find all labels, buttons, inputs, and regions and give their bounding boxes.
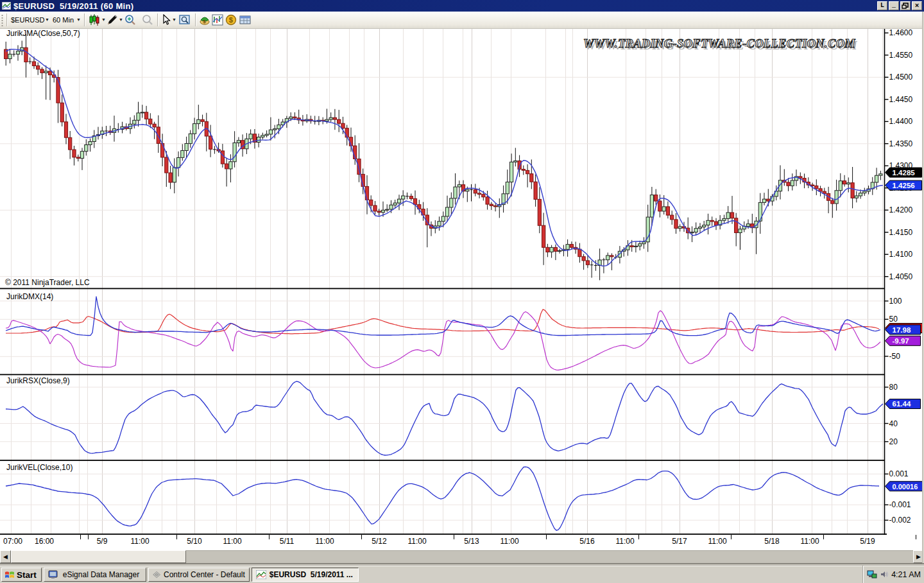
- svg-text:-0.002: -0.002: [889, 516, 911, 525]
- svg-text:17.98: 17.98: [893, 326, 911, 334]
- svg-text:11:00: 11:00: [500, 537, 518, 546]
- svg-text:5/10: 5/10: [187, 537, 202, 546]
- svg-text:11:00: 11:00: [615, 537, 634, 546]
- svg-text:11:00: 11:00: [708, 537, 726, 546]
- svg-text:1.4550: 1.4550: [889, 51, 913, 60]
- svg-text:5/13: 5/13: [464, 537, 479, 546]
- svg-text:$: $: [203, 19, 206, 24]
- svg-text:20: 20: [889, 437, 898, 446]
- svg-text:1.4050: 1.4050: [889, 272, 913, 281]
- svg-text:07:00: 07:00: [3, 537, 22, 546]
- svg-text:16:00: 16:00: [35, 537, 54, 546]
- svg-text:© 2011 NinjaTrader, LLC: © 2011 NinjaTrader, LLC: [5, 278, 90, 287]
- svg-text:80: 80: [889, 383, 898, 392]
- svg-text:1.4200: 1.4200: [889, 205, 913, 214]
- svg-text:5/18: 5/18: [764, 537, 780, 546]
- svg-text:5/12: 5/12: [372, 537, 387, 546]
- svg-text:1.4400: 1.4400: [889, 117, 913, 126]
- svg-text:1.4350: 1.4350: [889, 139, 913, 148]
- svg-text:1.4150: 1.4150: [889, 228, 913, 237]
- svg-text:0.001: 0.001: [889, 469, 909, 478]
- svg-text:JurikVEL(Close,10): JurikVEL(Close,10): [6, 463, 73, 472]
- svg-text:11:00: 11:00: [800, 537, 819, 546]
- svg-text:1.4450: 1.4450: [889, 95, 913, 104]
- svg-text:11:00: 11:00: [223, 537, 241, 546]
- svg-text:JurikJMA(Close,50,7): JurikJMA(Close,50,7): [6, 29, 80, 38]
- svg-text:5/17: 5/17: [672, 537, 687, 546]
- svg-text:40: 40: [889, 419, 898, 428]
- svg-text:-9.97: -9.97: [893, 337, 909, 345]
- svg-text:JurikRSX(Close,9): JurikRSX(Close,9): [6, 376, 70, 385]
- svg-text:$: $: [229, 16, 233, 24]
- svg-text:WWW.TRADING-SOFTWARE-COLLECTIO: WWW.TRADING-SOFTWARE-COLLECTION.COM: [583, 37, 855, 50]
- svg-text:0.00016: 0.00016: [893, 483, 918, 491]
- svg-text:1.4500: 1.4500: [889, 73, 913, 82]
- svg-text:-50: -50: [889, 352, 901, 361]
- svg-text:1.4285: 1.4285: [893, 169, 916, 177]
- svg-text:1.4256: 1.4256: [893, 182, 915, 189]
- svg-text:100: 100: [889, 297, 902, 306]
- svg-text:JurikDMX(14): JurikDMX(14): [6, 292, 53, 301]
- svg-text:61.44: 61.44: [893, 400, 911, 408]
- svg-text:5/11: 5/11: [280, 537, 295, 546]
- svg-text:1.4600: 1.4600: [889, 29, 913, 37]
- svg-text:11:00: 11:00: [407, 537, 426, 546]
- svg-text:50: 50: [889, 315, 898, 324]
- svg-text:5/16: 5/16: [579, 537, 595, 546]
- svg-text:11:00: 11:00: [130, 537, 149, 546]
- svg-text:11:00: 11:00: [315, 537, 334, 546]
- svg-text:5/19: 5/19: [860, 537, 875, 546]
- svg-text:5/9: 5/9: [97, 537, 108, 546]
- svg-text:1.4100: 1.4100: [889, 250, 913, 259]
- svg-text:-0.001: -0.001: [889, 500, 911, 509]
